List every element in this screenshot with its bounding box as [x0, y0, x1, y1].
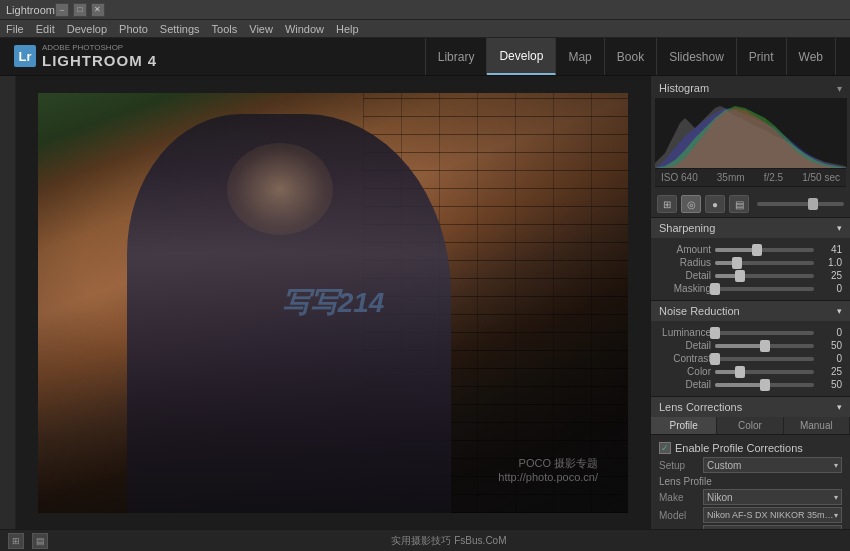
- tab-library[interactable]: Library: [425, 38, 488, 75]
- amount-value: 41: [818, 244, 842, 255]
- menu-file[interactable]: File: [6, 23, 24, 35]
- amount-slider[interactable]: [715, 248, 814, 252]
- radius-slider[interactable]: [715, 261, 814, 265]
- contrast-slider[interactable]: [715, 357, 814, 361]
- tab-develop[interactable]: Develop: [487, 38, 556, 75]
- close-button[interactable]: ✕: [91, 3, 105, 17]
- tools-row: ⊞ ◎ ● ▤: [651, 191, 850, 218]
- contrast-thumb[interactable]: [710, 353, 720, 365]
- lum-detail-fill: [715, 344, 765, 348]
- sharpening-detail-row: Detail 25: [659, 270, 842, 281]
- color-detail-row: Detail 50: [659, 379, 842, 390]
- profile-value: Adobe (Nikon AF-S DX NIKKO...: [707, 528, 834, 529]
- spot-tool[interactable]: ◎: [681, 195, 701, 213]
- maximize-button[interactable]: □: [73, 3, 87, 17]
- luminance-label: Luminance: [659, 327, 711, 338]
- make-input[interactable]: Nikon ▾: [703, 489, 842, 505]
- minimize-button[interactable]: –: [55, 3, 69, 17]
- menu-settings[interactable]: Settings: [160, 23, 200, 35]
- histogram-title: Histogram: [659, 82, 709, 94]
- luminance-slider[interactable]: [715, 331, 814, 335]
- tools-slider-thumb: [808, 198, 818, 210]
- model-label: Model: [659, 510, 699, 521]
- tab-slideshow[interactable]: Slideshow: [657, 38, 737, 75]
- menu-window[interactable]: Window: [285, 23, 324, 35]
- tab-map[interactable]: Map: [556, 38, 604, 75]
- sharpening-title: Sharpening: [659, 222, 715, 234]
- lum-detail-value: 50: [818, 340, 842, 351]
- titlebar: Lightroom – □ ✕: [0, 0, 850, 20]
- color-slider[interactable]: [715, 370, 814, 374]
- logo-area: Lr ADOBE PHOTOSHOP LIGHTROOM 4: [14, 44, 157, 69]
- lum-detail-thumb[interactable]: [760, 340, 770, 352]
- tab-book[interactable]: Book: [605, 38, 657, 75]
- crop-tool[interactable]: ⊞: [657, 195, 677, 213]
- model-dropdown-icon: ▾: [834, 511, 838, 520]
- detail-thumb[interactable]: [735, 270, 745, 282]
- profile-input[interactable]: Adobe (Nikon AF-S DX NIKKO... ▾: [703, 525, 842, 529]
- color-detail-thumb[interactable]: [760, 379, 770, 391]
- color-label: Color: [659, 366, 711, 377]
- menu-tools[interactable]: Tools: [212, 23, 238, 35]
- tab-color[interactable]: Color: [717, 417, 783, 434]
- color-value: 25: [818, 366, 842, 377]
- sharpening-header[interactable]: Sharpening ▾: [651, 218, 850, 238]
- titlebar-title: Lightroom: [6, 4, 55, 16]
- color-detail-fill: [715, 383, 765, 387]
- profile-row: Profile Adobe (Nikon AF-S DX NIKKO... ▾: [659, 525, 842, 529]
- histogram-canvas: [655, 98, 847, 168]
- color-thumb[interactable]: [735, 366, 745, 378]
- color-detail-label: Detail: [659, 379, 711, 390]
- noise-reduction-content: Luminance 0 Detail 50 Contra: [651, 321, 850, 396]
- menu-photo[interactable]: Photo: [119, 23, 148, 35]
- gradient-tool[interactable]: ▤: [729, 195, 749, 213]
- amount-thumb[interactable]: [752, 244, 762, 256]
- masking-label: Masking: [659, 283, 711, 294]
- tab-manual[interactable]: Manual: [784, 417, 850, 434]
- histogram-expand-icon[interactable]: ▾: [837, 83, 842, 94]
- detail-value: 25: [818, 270, 842, 281]
- profile-label: Profile: [659, 528, 699, 530]
- sharpening-masking-row: Masking 0: [659, 283, 842, 294]
- color-detail-slider[interactable]: [715, 383, 814, 387]
- sharpening-amount-row: Amount 41: [659, 244, 842, 255]
- setup-row: Setup Custom ▾: [659, 457, 842, 473]
- luminance-thumb[interactable]: [710, 327, 720, 339]
- model-input[interactable]: Nikon AF-S DX NIKKOR 35mm... ▾: [703, 507, 842, 523]
- tools-slider[interactable]: [757, 202, 844, 206]
- luminance-detail-row: Detail 50: [659, 340, 842, 351]
- sharpening-radius-row: Radius 1.0: [659, 257, 842, 268]
- menu-develop[interactable]: Develop: [67, 23, 107, 35]
- header: Lr ADOBE PHOTOSHOP LIGHTROOM 4 Library D…: [0, 38, 850, 76]
- detail-slider[interactable]: [715, 274, 814, 278]
- setup-input[interactable]: Custom ▾: [703, 457, 842, 473]
- model-row: Model Nikon AF-S DX NIKKOR 35mm... ▾: [659, 507, 842, 523]
- left-panel: [0, 76, 16, 529]
- profile-dropdown-icon: ▾: [834, 529, 838, 530]
- menu-view[interactable]: View: [249, 23, 273, 35]
- bottom-icon-2[interactable]: ▤: [32, 533, 48, 549]
- tab-profile[interactable]: Profile: [651, 417, 717, 434]
- radius-thumb[interactable]: [732, 257, 742, 269]
- photo-area: 写写214 POCO 摄影专题 http://photo.poco.cn/: [16, 76, 650, 529]
- redeye-tool[interactable]: ●: [705, 195, 725, 213]
- contrast-value: 0: [818, 353, 842, 364]
- luminance-row: Luminance 0: [659, 327, 842, 338]
- lr-badge: Lr: [14, 45, 36, 67]
- menu-help[interactable]: Help: [336, 23, 359, 35]
- tab-web[interactable]: Web: [787, 38, 836, 75]
- histogram-section: Histogram ▾ ISO 640 35mm f/2.5 1/50 sec: [651, 76, 850, 191]
- menu-edit[interactable]: Edit: [36, 23, 55, 35]
- masking-slider[interactable]: [715, 287, 814, 291]
- amount-fill: [715, 248, 757, 252]
- bottom-icon-1[interactable]: ⊞: [8, 533, 24, 549]
- noise-reduction-header[interactable]: Noise Reduction ▾: [651, 301, 850, 321]
- lum-detail-slider[interactable]: [715, 344, 814, 348]
- bottom-bar: ⊞ ▤ 实用摄影技巧 FsBus.CoM: [0, 529, 850, 551]
- noise-reduction-section: Noise Reduction ▾ Luminance 0 Detail: [651, 301, 850, 397]
- tab-print[interactable]: Print: [737, 38, 787, 75]
- lens-corrections-header[interactable]: Lens Corrections ▾: [651, 397, 850, 417]
- enable-profile-checkbox[interactable]: ✓: [659, 442, 671, 454]
- radius-value: 1.0: [818, 257, 842, 268]
- masking-thumb[interactable]: [710, 283, 720, 295]
